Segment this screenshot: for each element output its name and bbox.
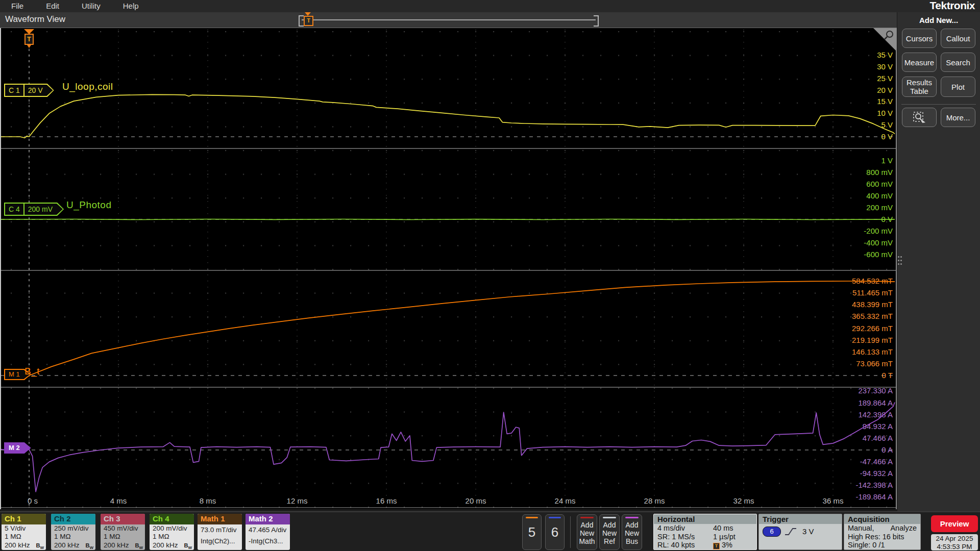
badge-line: 200 kHzBW (2, 541, 46, 550)
ch4-trace (1, 219, 895, 220)
ch4-channel-badge[interactable]: C 4200 mV (4, 203, 64, 216)
ch1-y-axis-label: 20 V (877, 86, 893, 94)
ch4-y-axis-label: -600 mV (864, 250, 893, 259)
acquisition-resolution: High Res: 16 bits (848, 533, 904, 541)
add-button-label: AddNewMath (577, 521, 597, 545)
menu-file[interactable]: File (0, 0, 35, 12)
badge-ch2[interactable]: Ch 2250 mV/div1 MΩ200 kHzBW (51, 514, 95, 550)
settings-divider (570, 516, 571, 548)
more-button[interactable]: More... (941, 108, 975, 127)
channel-color-stripe (549, 517, 561, 518)
badge-ch3[interactable]: Ch 3450 mV/div1 MΩ200 kHzBW (101, 514, 145, 550)
add-new-bus-button[interactable]: AddNewBus (622, 514, 642, 550)
waveform-canvas: 0 s4 ms8 ms12 ms16 ms20 ms24 ms28 ms32 m… (1, 28, 896, 509)
math2-y-axis-label: 94.932 A (863, 422, 893, 431)
x-axis-label: 12 ms (287, 496, 308, 505)
badge-ch4[interactable]: Ch 4200 mV/div1 MΩ200 kHzBW (150, 514, 194, 550)
badge-line: 200 kHzBW (150, 541, 194, 550)
waveform-view-tabbar: Waveform View T (0, 12, 897, 28)
badge-math1[interactable]: Math 173.0 mT/divIntg(Ch2)... (198, 514, 242, 550)
trigger-source-badge: 6 (763, 527, 781, 537)
overview-left-bracket[interactable] (299, 15, 304, 27)
tektronix-logo: Tektronix (930, 0, 975, 12)
channel-color-stripe (526, 517, 538, 518)
x-axis-label: 20 ms (465, 496, 486, 505)
cursors-button[interactable]: Cursors (902, 29, 937, 48)
overview-right-bracket[interactable] (594, 15, 599, 27)
channel-5-button[interactable]: 5 (522, 514, 542, 550)
math1-y-axis-label: 219.199 mT (852, 336, 893, 344)
math2-y-axis-label: -47.466 A (860, 457, 893, 466)
add-button-label: AddNewBus (622, 521, 642, 545)
acquisition-panel[interactable]: Acquisition Manual,Analyze High Res: 16 … (844, 514, 921, 550)
ch1-y-axis-label: 0 V (881, 132, 893, 141)
bandwidth-icon: BW (135, 541, 143, 550)
ch4-trace-label: U_Photod (66, 199, 112, 211)
math2-trace (1, 403, 895, 492)
menu-edit[interactable]: Edit (35, 0, 70, 12)
badge-header: Ch 3 (101, 514, 145, 524)
badge-line: Intg(Ch2)... (198, 536, 242, 547)
ch4-y-axis-label: 400 mV (866, 191, 893, 200)
badge-line: 47.465 A/div (246, 524, 290, 536)
x-axis-label: 36 ms (823, 496, 844, 505)
horizontal-overview-bar[interactable]: T (299, 15, 599, 24)
ch1-channel-badge[interactable]: C 120 V (4, 84, 54, 97)
ch1-y-axis-label: 30 V (877, 62, 893, 71)
badge-math2[interactable]: Math 247.465 A/div-Intg(Ch3... (246, 514, 290, 550)
math2-y-axis-label: 189.864 A (858, 398, 893, 407)
measure-button[interactable]: Measure (902, 53, 937, 72)
badge-line: 1 MΩ (2, 533, 46, 541)
math1-y-axis-label: 146.133 mT (852, 347, 893, 356)
preview-button[interactable]: Preview (931, 515, 978, 532)
badge-line: 1 MΩ (51, 533, 95, 541)
math2-channel-badge[interactable]: M 2 (4, 442, 31, 454)
ch1-y-axis-label: 35 V (877, 51, 893, 59)
add-new-title: Add New... (897, 16, 980, 24)
trigger-panel-title: Trigger (759, 514, 842, 524)
x-axis-label: 32 ms (733, 496, 754, 505)
search-button[interactable]: Search (941, 53, 975, 72)
waveform-plot[interactable]: 0 s4 ms8 ms12 ms16 ms20 ms24 ms28 ms32 m… (0, 28, 897, 509)
channel-6-button[interactable]: 6 (545, 514, 565, 550)
math2-y-axis-label: 0 A (881, 445, 893, 454)
plot-button[interactable]: Plot (941, 77, 975, 97)
add-new-ref-button[interactable]: AddNewRef (599, 514, 620, 550)
trigger-position-marker[interactable]: T (24, 29, 34, 52)
ch1-badge-cell: 20 V (23, 85, 46, 96)
callout-button[interactable]: Callout (941, 29, 975, 48)
marquee-zoom-button[interactable] (902, 108, 937, 127)
math1-y-axis-label: 292.266 mT (852, 324, 893, 333)
math1-y-axis-label: 73.066 mT (856, 359, 893, 368)
panel-splitter-handle[interactable] (898, 256, 902, 265)
badge-ch1[interactable]: Ch 15 V/div1 MΩ200 kHzBW (2, 514, 46, 550)
datetime-display[interactable]: 24 Apr 2025 4:53:53 PM (931, 534, 978, 550)
x-axis-label: 24 ms (555, 496, 576, 505)
horizontal-panel[interactable]: Horizontal 4 ms/div40 ms SR: 1 MS/s1 µs/… (653, 514, 757, 550)
badge-line: 1 MΩ (101, 533, 145, 541)
menu-help[interactable]: Help (112, 0, 150, 12)
math2-y-axis-label: -142.398 A (855, 481, 893, 489)
math2-badge-cell: M 2 (5, 443, 23, 453)
time-label: 4:53:53 PM (931, 543, 978, 551)
channel-number: 6 (546, 524, 564, 540)
add-new-math-button[interactable]: AddNewMath (577, 514, 597, 550)
menu-utility[interactable]: Utility (70, 0, 112, 12)
trigger-mini-icon: T (713, 543, 720, 549)
x-axis-label: 8 ms (200, 496, 216, 505)
trigger-panel[interactable]: Trigger 6 3 V (758, 514, 842, 550)
horizontal-scale: 4 ms/div (657, 524, 685, 533)
overview-trigger-icon[interactable]: T (304, 16, 313, 26)
acquisition-mode: Manual, (848, 524, 874, 533)
acquisition-single: Single: 0 /1 (848, 541, 885, 549)
waveform-view-title[interactable]: Waveform View (5, 14, 65, 24)
rising-edge-icon (784, 527, 797, 537)
ch4-y-axis-label: 600 mV (866, 180, 893, 188)
ch1-y-axis-label: 10 V (877, 109, 893, 117)
zoom-corner-icon[interactable] (873, 28, 896, 51)
math2-y-axis-label: 47.466 A (863, 434, 893, 442)
badge-header: Ch 1 (2, 514, 46, 524)
results-table-button[interactable]: Results Table (902, 77, 937, 97)
ch4-y-axis-label: 200 mV (866, 203, 893, 212)
ch1-y-axis-label: 15 V (877, 97, 893, 106)
